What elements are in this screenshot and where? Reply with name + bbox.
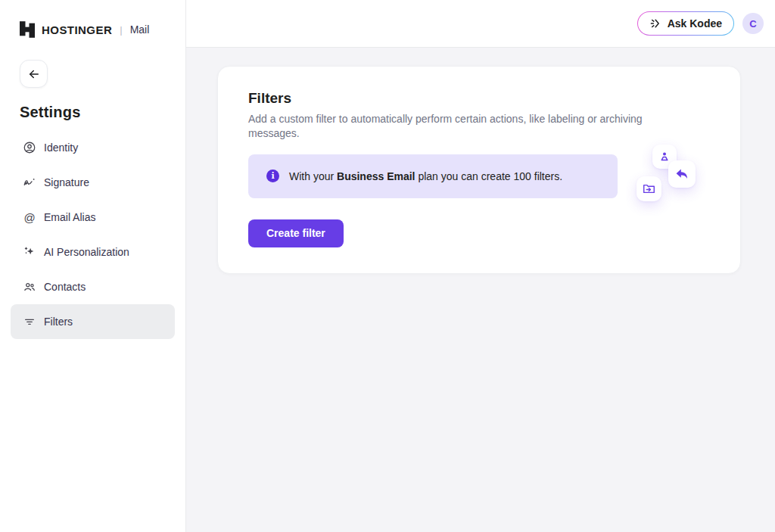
settings-nav: Identity Signature @ Email Alias bbox=[0, 130, 185, 339]
filters-icon bbox=[23, 315, 36, 328]
brand-logo[interactable]: HOSTINGER | Mail bbox=[0, 0, 185, 38]
decor-tile-folder bbox=[636, 176, 661, 201]
settings-sidebar: HOSTINGER | Mail Settings Identity bbox=[0, 0, 186, 532]
sidebar-item-label: Identity bbox=[44, 142, 78, 154]
topbar: Ask Kodee C bbox=[186, 0, 775, 48]
sidebar-item-signature[interactable]: Signature bbox=[11, 165, 175, 200]
email-alias-icon: @ bbox=[23, 210, 36, 224]
sidebar-item-ai-personalization[interactable]: AI Personalization bbox=[11, 235, 175, 269]
sidebar-title: Settings bbox=[20, 104, 185, 121]
brand-product: Mail bbox=[130, 23, 150, 36]
sidebar-item-filters[interactable]: Filters bbox=[11, 304, 175, 339]
back-button[interactable] bbox=[20, 60, 48, 88]
contacts-icon bbox=[23, 280, 36, 294]
plan-info-banner: i With your Business Email plan you can … bbox=[248, 154, 618, 198]
sidebar-item-identity[interactable]: Identity bbox=[11, 130, 175, 165]
avatar-initial: C bbox=[749, 18, 756, 30]
identity-icon bbox=[23, 141, 36, 154]
sidebar-item-contacts[interactable]: Contacts bbox=[11, 269, 175, 304]
user-icon bbox=[658, 151, 671, 163]
sidebar-item-label: Email Alias bbox=[44, 211, 95, 223]
app-window: HOSTINGER | Mail Settings Identity bbox=[0, 0, 775, 532]
ai-sparkle-icon bbox=[23, 245, 36, 259]
brand-name: HOSTINGER bbox=[42, 23, 112, 36]
info-icon: i bbox=[266, 170, 279, 182]
filters-card: Filters Add a custom filter to automatic… bbox=[217, 66, 741, 274]
sidebar-item-email-alias[interactable]: @ Email Alias bbox=[11, 200, 175, 235]
decor-tile-reply bbox=[668, 160, 696, 188]
sidebar-item-label: Signature bbox=[44, 176, 89, 188]
sidebar-item-label: Filters bbox=[44, 316, 73, 328]
card-description: Add a custom filter to automatically per… bbox=[248, 112, 672, 142]
main-area: Ask Kodee C Filters Add a custom filter … bbox=[186, 0, 775, 532]
plan-info-text: With your Business Email plan you can cr… bbox=[289, 170, 562, 182]
sidebar-item-label: AI Personalization bbox=[44, 246, 129, 258]
brand-separator: | bbox=[120, 24, 122, 36]
arrow-left-icon bbox=[27, 67, 41, 81]
card-title: Filters bbox=[248, 90, 710, 107]
create-filter-button[interactable]: Create filter bbox=[248, 219, 344, 247]
reply-icon bbox=[675, 168, 689, 180]
hostinger-logo-icon bbox=[20, 21, 35, 38]
folder-move-icon bbox=[643, 183, 655, 194]
kodee-spark-icon bbox=[649, 17, 661, 30]
sidebar-item-label: Contacts bbox=[44, 281, 86, 293]
plan-name: Business Email bbox=[337, 170, 416, 182]
content-area: Filters Add a custom filter to automatic… bbox=[186, 48, 775, 292]
ask-kodee-label: Ask Kodee bbox=[668, 17, 722, 30]
signature-icon bbox=[23, 176, 36, 189]
user-avatar[interactable]: C bbox=[742, 13, 764, 34]
ask-kodee-button[interactable]: Ask Kodee bbox=[637, 11, 734, 36]
